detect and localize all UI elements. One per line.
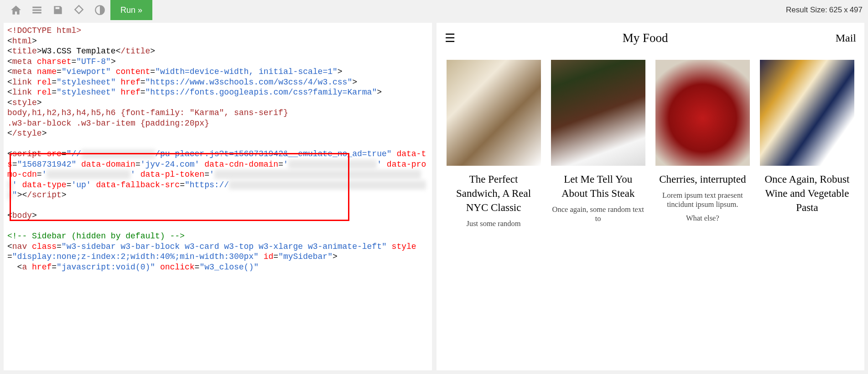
code-token: data-domain <box>81 160 135 169</box>
code-token: W3.CSS Template <box>42 47 116 56</box>
code-blur: xxxxxxxxxxxxxxxxx <box>47 170 130 179</box>
result-width: 625 <box>829 5 842 15</box>
code-comment: <!-- Sidebar (hidden by default) --> <box>7 232 185 241</box>
code-token: name <box>37 67 57 76</box>
card-grid: The Perfect Sandwich, A Real NYC Classic… <box>437 52 865 228</box>
code-token: "stylesheet" <box>57 88 116 97</box>
preview-header: ☰ My Food Mail <box>437 23 865 52</box>
code-pane: <!DOCTYPE html> <html> <title>W3.CSS Tem… <box>4 23 432 370</box>
code-token: data-type <box>22 180 66 190</box>
code-blur: xxxxxxxxxxxxxxx <box>81 149 155 158</box>
code-token: "https://fonts.googleapis.com/css?family… <box>146 88 377 97</box>
toolbar-left: Run » <box>5 0 152 20</box>
code-token: ' <box>377 160 382 169</box>
food-image <box>551 60 645 166</box>
code-token: rel <box>37 78 52 87</box>
code-token: "viewport" <box>62 67 111 76</box>
preview-title: My Food <box>623 31 668 45</box>
code-token: nav <box>12 242 27 251</box>
code-token: "https:// <box>185 180 229 190</box>
preview-scroll[interactable]: ☰ My Food Mail The Perfect Sandwich, A R… <box>437 23 865 370</box>
code-token: /pu-placer.js?t=1568731942&__emulate_no_… <box>155 149 391 158</box>
code-token: html <box>12 37 32 46</box>
code-token: body <box>12 211 32 220</box>
code-token: "mySidebar" <box>278 252 333 261</box>
code-token: class <box>32 242 57 251</box>
save-icon[interactable] <box>47 0 68 20</box>
theme-icon[interactable] <box>89 0 110 20</box>
code-token: href <box>32 263 52 272</box>
code-token: "w3-sidebar w3-bar-block w3-card w3-top … <box>62 242 387 251</box>
code-token: src <box>47 149 61 158</box>
code-token: rel <box>37 88 52 97</box>
code-token: "1568731942" <box>17 160 77 169</box>
code-blur: xxxxxxxxxxxxxxxxxx <box>288 160 377 169</box>
code-token: data-pl-token <box>140 170 204 179</box>
result-size-label: Result Size: <box>786 5 827 15</box>
food-image <box>760 60 854 166</box>
code-token: body,h1,h2,h3,h4,h5,h6 {font-family: "Ka… <box>7 108 288 128</box>
code-token: ' <box>209 170 214 179</box>
panes: <!DOCTYPE html> <html> <title>W3.CSS Tem… <box>0 20 868 374</box>
preview-pane: ☰ My Food Mail The Perfect Sandwich, A R… <box>437 23 865 370</box>
code-token: 'up' <box>71 180 91 190</box>
code-token: "w3_close()" <box>199 263 259 272</box>
code-token: style <box>12 98 37 107</box>
food-card[interactable]: The Perfect Sandwich, A Real NYC Classic… <box>447 60 541 228</box>
code-token: script <box>12 149 42 158</box>
run-button[interactable]: Run » <box>110 0 152 20</box>
home-icon[interactable] <box>5 0 26 20</box>
code-token: 'jyv-24.com' <box>140 160 200 169</box>
result-height: 497 <box>850 5 863 15</box>
code-token: ' <box>130 170 135 179</box>
code-token: "// <box>67 149 81 158</box>
code-token: a <box>22 263 27 272</box>
code-token: /script <box>27 190 62 200</box>
rotate-icon[interactable] <box>68 0 89 20</box>
code-token: "UTF-8" <box>76 57 111 66</box>
code-token: "javascript:void(0)" <box>57 263 155 272</box>
code-token: "width=device-width, initial-scale=1" <box>155 67 338 76</box>
code-token: "display:none;z-index:2;width:40%;min-wi… <box>12 252 259 261</box>
food-card[interactable]: Cherries, interrupted Lorem ipsum text p… <box>655 60 750 228</box>
code-token: data-cdn-domain <box>204 160 278 169</box>
card-title: The Perfect Sandwich, A Real NYC Classic <box>447 172 541 215</box>
code-token: onclick <box>160 263 195 272</box>
food-card[interactable]: Once Again, Robust Wine and Vegetable Pa… <box>760 60 854 228</box>
result-sep: x <box>844 5 848 15</box>
result-size: Result Size: 625 x 497 <box>786 5 863 15</box>
food-image <box>655 60 750 166</box>
code-token: meta <box>12 67 32 76</box>
food-card[interactable]: Let Me Tell You About This Steak Once ag… <box>551 60 645 228</box>
code-editor[interactable]: <!DOCTYPE html> <html> <title>W3.CSS Tem… <box>4 23 432 275</box>
code-token: content <box>116 67 151 76</box>
code-token: style <box>392 242 416 251</box>
toolbar: Run » Result Size: 625 x 497 <box>0 0 868 20</box>
card-text: Once again, some random text to <box>551 205 645 223</box>
code-token: href <box>121 78 140 87</box>
mail-link[interactable]: Mail <box>836 32 856 44</box>
menu-icon[interactable] <box>26 0 47 20</box>
code-token: charset <box>37 57 72 66</box>
run-button-label: Run » <box>120 5 142 15</box>
code-token: ' <box>42 170 47 179</box>
card-title: Once Again, Robust Wine and Vegetable Pa… <box>760 172 854 215</box>
card-title: Cherries, interrupted <box>655 172 750 186</box>
burger-icon[interactable]: ☰ <box>445 32 455 44</box>
card-text: Just some random <box>447 219 541 228</box>
code-token: link <box>12 78 32 87</box>
code-token: <!DOCTYPE html> <box>7 26 81 35</box>
code-token: data-fallback-src <box>96 180 180 190</box>
code-token: href <box>121 88 140 97</box>
code-token: /style <box>12 129 42 138</box>
food-image <box>447 60 541 166</box>
code-token: /title <box>120 47 150 56</box>
code-scroll[interactable]: <!DOCTYPE html> <html> <title>W3.CSS Tem… <box>4 23 432 370</box>
code-token: ' <box>283 160 288 169</box>
code-token: " <box>12 190 17 200</box>
code-token: ' <box>12 180 17 190</box>
code-token: title <box>12 47 37 56</box>
card-extra: What else? <box>655 214 750 223</box>
card-title: Let Me Tell You About This Steak <box>551 172 645 200</box>
code-token: "stylesheet" <box>57 78 116 87</box>
